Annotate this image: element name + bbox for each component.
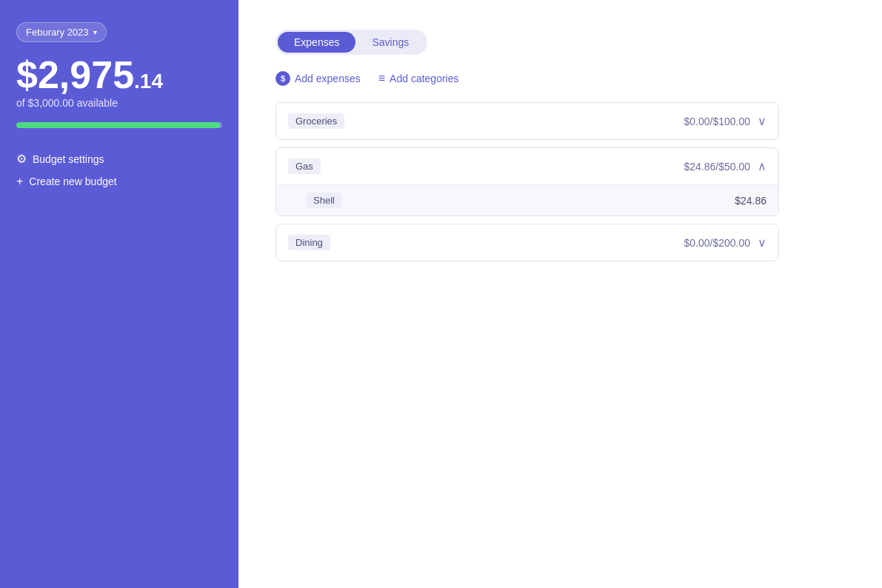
create-budget-label: Create new budget [29, 176, 116, 187]
category-name-dining: Dining [288, 235, 330, 250]
tab-group: Expenses Savings [275, 30, 427, 55]
budget-settings-item[interactable]: ⚙ Budget settings [16, 152, 222, 166]
amount-cents: .14 [134, 70, 163, 93]
month-selector[interactable]: Feburary 2023 ▾ [16, 22, 107, 42]
category-header-groceries[interactable]: Groceries $0.00/$100.00 ∨ [276, 103, 778, 139]
gear-icon: ⚙ [16, 152, 27, 166]
create-budget-item[interactable]: + Create new budget [16, 175, 222, 188]
category-right-dining: $0.00/$200.00 ∨ [684, 235, 766, 250]
main-content: Expenses Savings $ Add expenses ≡ Add ca… [238, 0, 882, 588]
category-header-gas[interactable]: Gas $24.86/$50.00 ∧ [276, 148, 778, 184]
add-expenses-label: Add expenses [295, 73, 361, 84]
budget-amount: $2,975.14 [16, 56, 222, 94]
expense-amount-shell: $24.86 [735, 195, 766, 207]
add-categories-link[interactable]: ≡ Add categories [378, 72, 459, 85]
chevron-up-icon-gas[interactable]: ∧ [758, 159, 766, 173]
expense-name-shell: Shell [306, 193, 342, 208]
available-text: of $3,000.00 available [16, 97, 222, 109]
category-name-gas: Gas [288, 158, 321, 174]
add-expenses-link[interactable]: $ Add expenses [275, 71, 361, 86]
chevron-down-icon-groceries[interactable]: ∨ [758, 114, 766, 128]
category-right-groceries: $0.00/$100.00 ∨ [684, 114, 766, 128]
add-categories-label: Add categories [390, 73, 458, 84]
tab-savings[interactable]: Savings [355, 32, 425, 53]
category-amount-gas: $24.86/$50.00 [684, 161, 750, 173]
category-header-dining[interactable]: Dining $0.00/$200.00 ∨ [276, 224, 778, 261]
sidebar: Feburary 2023 ▾ $2,975.14 of $3,000.00 a… [0, 0, 238, 588]
category-row-groceries: Groceries $0.00/$100.00 ∨ [275, 102, 779, 140]
category-row-gas: Gas $24.86/$50.00 ∧ Shell $24.86 [275, 147, 779, 216]
list-icon: ≡ [378, 72, 385, 85]
category-name-groceries: Groceries [288, 113, 344, 129]
category-amount-dining: $0.00/$200.00 [684, 237, 750, 249]
dollar-circle-icon: $ [275, 71, 290, 86]
action-links: $ Add expenses ≡ Add categories [275, 71, 845, 86]
category-right-gas: $24.86/$50.00 ∧ [684, 159, 766, 173]
sidebar-actions: ⚙ Budget settings + Create new budget [16, 152, 222, 188]
category-row-dining: Dining $0.00/$200.00 ∨ [275, 224, 779, 261]
budget-settings-label: Budget settings [33, 153, 104, 165]
category-list: Groceries $0.00/$100.00 ∨ Gas $24.86/$50… [275, 102, 779, 269]
amount-whole: $2,975 [16, 53, 134, 96]
month-chevron-icon: ▾ [93, 28, 97, 36]
category-amount-groceries: $0.00/$100.00 [684, 116, 750, 127]
expense-item-shell: Shell $24.86 [276, 184, 778, 216]
chevron-down-icon-dining[interactable]: ∨ [758, 235, 766, 250]
progress-bar-fill [16, 122, 220, 128]
plus-icon: + [16, 175, 23, 188]
tab-expenses[interactable]: Expenses [278, 32, 355, 53]
progress-bar-container [16, 122, 222, 128]
month-label: Feburary 2023 [26, 27, 89, 38]
